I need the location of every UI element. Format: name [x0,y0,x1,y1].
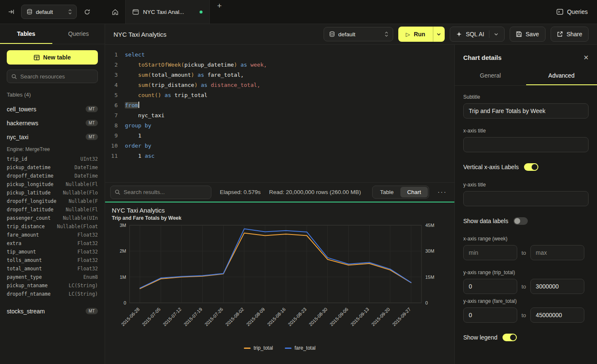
save-label: Save [526,31,539,38]
results-search [110,186,211,199]
table-grid-icon [34,55,40,60]
column-row: trip_distanceNullable(Float [0,222,105,231]
share-button[interactable]: Share [551,27,589,42]
svg-text:15M: 15M [425,275,434,280]
view-toggle-chart[interactable]: Chart [400,187,428,197]
new-table-button[interactable]: New table [7,50,98,65]
show-data-labels-toggle[interactable] [513,217,528,225]
to-label: to [521,312,526,318]
column-row: pickup_longitudeNullable(Fl [0,180,105,189]
svg-text:2015-08-16: 2015-08-16 [266,307,286,327]
x-axis-title-input[interactable] [463,137,589,152]
refresh-icon[interactable] [81,6,93,18]
query-tab-icon [132,9,139,15]
topbar-database-select[interactable]: default [21,5,77,19]
close-icon[interactable]: × [583,53,589,62]
header-database-select[interactable]: default [324,27,393,41]
engine-badge: MT [86,120,98,126]
search-results-input[interactable] [124,189,207,195]
table-name: hackernews [7,120,38,127]
home-button[interactable] [105,0,125,24]
sidebar-tab-tables[interactable]: Tables [0,24,52,44]
code-text: count() as trip_total [125,90,208,100]
column-row: pickup_datetimeDateTime [0,163,105,172]
sql-editor[interactable]: 1select2 toStartOfWeek(pickup_datetime) … [105,45,454,182]
save-button[interactable]: Save [510,27,546,42]
search-resources-input[interactable] [20,73,93,80]
queries-button[interactable]: Queries [556,8,588,15]
column-type: Nullable(F [69,198,98,204]
svg-text:2015-09-06: 2015-09-06 [329,307,349,327]
column-row: dropoff_longitudeNullable(F [0,197,105,205]
code-text: group by [125,121,151,131]
svg-text:3M: 3M [120,223,126,228]
table-item-stocks_stream[interactable]: stocks_streamMT [0,304,105,318]
table-item-hackernews[interactable]: hackernewsMT [0,116,105,130]
code-line: 3 sum(total_amount) as fare_total, [105,70,454,80]
chart-panel: NYC Taxi Analytics Trip and Fare Totals … [105,202,454,364]
column-name: dropoff_datetime [7,173,54,179]
code-text: 1 asc [125,151,154,161]
column-name: pickup_longitude [7,181,54,187]
share-icon [557,31,563,37]
y-axis-title-input[interactable] [463,191,589,206]
search-icon [11,74,17,79]
column-name: fare_amount [7,232,39,238]
column-type: DateTime [75,173,98,179]
column-row: tip_amountFloat32 [0,248,105,256]
more-options-icon[interactable]: ··· [438,189,447,196]
table-item-cell_towers[interactable]: cell_towersMT [0,102,105,116]
y-range-trip-min-input[interactable] [463,279,517,294]
sparkle-icon [456,31,462,37]
read-stats-label: Read: 20,000,000 rows (260.00 MB) [269,189,361,195]
code-text: sum(total_amount) as fare_total, [125,70,244,80]
tab-advanced[interactable]: Advanced [526,67,597,85]
column-name: dropoff_latitude [7,207,54,213]
subtitle-label: Subtitle [463,94,589,100]
column-row: trip_idUInt32 [0,155,105,163]
topbar-left: default [0,0,105,24]
table-item-nyc_taxi[interactable]: nyc_taxiMT [0,130,105,144]
line-number: 3 [105,70,118,80]
subtitle-input[interactable] [463,103,589,119]
table-name: cell_towers [7,106,36,113]
view-toggle-table[interactable]: Table [373,187,400,197]
y-range-trip-max-input[interactable] [530,279,584,294]
column-name: tolls_amount [7,257,42,263]
line-number: 2 [105,60,118,70]
column-type: LC(String) [69,291,98,297]
tab-nyc-taxi-analytics[interactable]: NYC Taxi Anal... [125,0,210,24]
sidebar-tab-queries[interactable]: Queries [52,24,105,44]
code-text: 1 [125,131,141,141]
column-row: tolls_amountFloat32 [0,256,105,264]
line-number: 10 [105,141,118,151]
column-name: tip_amount [7,249,36,255]
x-range-min-input[interactable] [463,245,517,260]
vertical-x-labels-toggle[interactable] [524,163,538,171]
sidebar-collapse-icon[interactable] [5,6,17,18]
sidebar-search [7,70,98,83]
legend-swatch [285,348,292,349]
code-line: 6from [105,100,454,111]
sql-ai-button[interactable]: SQL AI [450,27,505,42]
sidebar-tabs: TablesQueries [0,24,105,44]
svg-text:2015-07-05: 2015-07-05 [141,307,161,327]
y-range-fare-min-input[interactable] [463,307,517,323]
y-range-fare-label: y-axis range (fare_total) [463,298,589,304]
new-tab-button[interactable]: + [210,0,229,12]
svg-text:2015-09-27: 2015-09-27 [391,307,411,327]
unsaved-indicator-dot [200,11,203,13]
legend-item-trip_total[interactable]: trip_total [244,345,273,351]
save-icon [516,31,522,37]
show-legend-toggle[interactable] [502,334,517,341]
y-range-fare-max-input[interactable] [530,307,584,323]
tab-general[interactable]: General [455,67,526,85]
column-name: total_amount [7,266,42,272]
code-line: 1select [105,50,454,60]
column-row: dropoff_ntanameLC(String) [0,290,105,298]
x-range-max-input[interactable] [530,245,584,260]
run-options-button[interactable] [433,27,445,42]
legend-item-fare_total[interactable]: fare_total [285,345,316,351]
run-button[interactable]: ▷ Run [398,27,445,42]
column-type: Float32 [78,240,98,246]
